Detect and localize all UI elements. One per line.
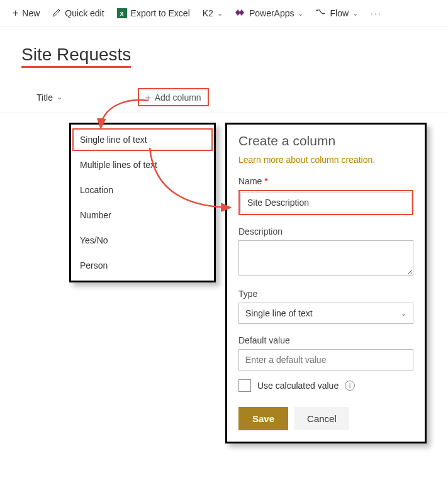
quick-edit-label: Quick edit: [65, 8, 104, 18]
cancel-button[interactable]: Cancel: [294, 407, 349, 430]
column-type-menu: Single line of text Multiple lines of te…: [69, 123, 216, 282]
type-yesno[interactable]: Yes/No: [71, 228, 214, 253]
flow-menu[interactable]: Flow ⌄: [311, 6, 363, 21]
create-column-panel: Create a column Learn more about column …: [225, 123, 427, 443]
add-column-label: Add column: [155, 92, 201, 103]
type-location[interactable]: Location: [71, 177, 214, 203]
name-label: Name *: [238, 176, 413, 186]
k2-label: K2: [203, 8, 213, 18]
export-excel-label: Export to Excel: [131, 8, 190, 18]
info-icon[interactable]: i: [345, 381, 355, 391]
required-asterisk: *: [264, 176, 267, 186]
flow-icon: [316, 8, 326, 19]
powerapps-icon: [235, 8, 245, 19]
default-value-label: Default value: [238, 335, 413, 345]
save-button[interactable]: Save: [238, 407, 288, 430]
plus-icon: +: [145, 92, 151, 103]
flow-label: Flow: [330, 8, 349, 18]
description-input[interactable]: [238, 240, 413, 276]
learn-more-link[interactable]: Learn more about column creation.: [238, 155, 413, 165]
name-input[interactable]: [240, 192, 412, 213]
type-multi-line[interactable]: Multiple lines of text: [71, 152, 214, 177]
default-value-input[interactable]: [238, 349, 413, 371]
type-label: Type: [238, 289, 413, 299]
type-person[interactable]: Person: [71, 253, 214, 278]
chevron-down-icon: ⌄: [352, 9, 358, 18]
page-title: Site Requests: [21, 45, 131, 68]
command-bar: + New Quick edit x Export to Excel K2 ⌄ …: [0, 0, 448, 27]
chevron-down-icon: ⌄: [57, 93, 62, 101]
chevron-down-icon: ⌄: [401, 309, 406, 318]
k2-menu[interactable]: K2 ⌄: [198, 6, 228, 21]
calculated-value-label: Use calculated value: [257, 381, 339, 391]
description-label: Description: [238, 226, 413, 237]
powerapps-menu[interactable]: PowerApps ⌄: [230, 6, 309, 21]
pencil-icon: [52, 8, 61, 19]
new-button[interactable]: + New: [8, 5, 45, 21]
calculated-value-checkbox[interactable]: [238, 379, 251, 392]
add-column-button[interactable]: + Add column: [138, 88, 209, 106]
more-actions-button[interactable]: ···: [366, 6, 387, 21]
column-header-title[interactable]: Title ⌄: [36, 92, 62, 103]
panel-title: Create a column: [238, 133, 413, 148]
type-number[interactable]: Number: [71, 203, 214, 228]
name-input-highlight: [238, 190, 413, 215]
calculated-value-row: Use calculated value i: [238, 379, 413, 392]
export-excel-button[interactable]: x Export to Excel: [112, 6, 195, 21]
plus-icon: +: [13, 8, 18, 19]
panel-actions: Save Cancel: [238, 407, 413, 430]
type-single-line[interactable]: Single line of text: [71, 127, 214, 152]
powerapps-label: PowerApps: [249, 8, 294, 18]
new-label: New: [22, 8, 40, 18]
chevron-down-icon: ⌄: [217, 9, 223, 18]
title-column-label: Title: [36, 92, 53, 103]
list-header: Title ⌄ + Add column: [0, 88, 448, 113]
chevron-down-icon: ⌄: [298, 9, 303, 18]
excel-icon: x: [117, 8, 127, 18]
svg-point-0: [316, 9, 318, 11]
type-select-value: Single line of text: [245, 308, 313, 318]
quick-edit-button[interactable]: Quick edit: [47, 6, 109, 21]
type-select[interactable]: Single line of text ⌄: [238, 303, 413, 324]
